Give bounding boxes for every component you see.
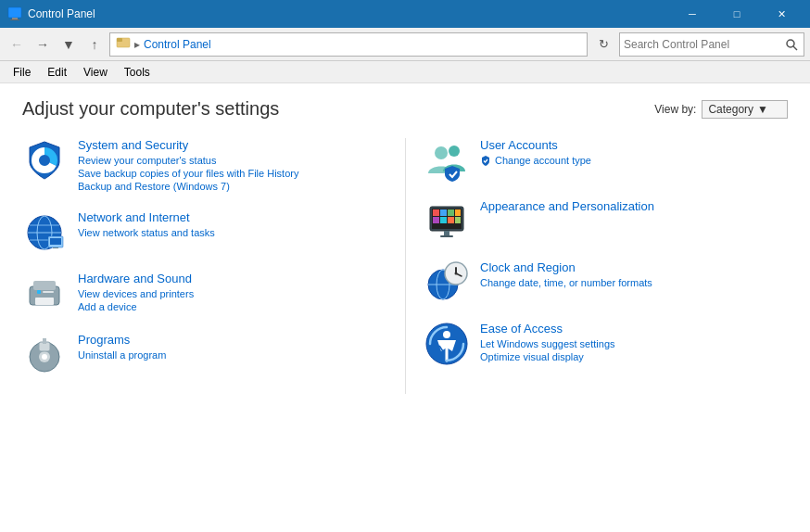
svg-rect-20 [37, 290, 41, 294]
forward-button[interactable]: → [32, 33, 54, 56]
ease-access-text: Ease of Access Let Windows suggest setti… [480, 322, 615, 364]
left-column: System and Security Review your computer… [22, 138, 405, 394]
breadcrumb-separator: ▸ [134, 38, 140, 51]
svg-rect-40 [440, 235, 453, 237]
right-column: User Accounts Change account type [405, 138, 788, 394]
menu-tools[interactable]: Tools [117, 64, 158, 81]
address-bar: ← → ▼ ↑ ▸ Control Panel ↻ [0, 28, 810, 61]
hardware-title[interactable]: Hardware and Sound [78, 272, 194, 285]
svg-rect-21 [43, 291, 54, 293]
content-header: Adjust your computer's settings View by:… [22, 98, 788, 120]
svg-rect-36 [440, 217, 447, 223]
hardware-link-1[interactable]: View devices and printers [78, 288, 194, 299]
hardware-icon [22, 272, 67, 316]
window-title: Control Panel [28, 7, 95, 20]
svg-point-5 [787, 40, 794, 47]
svg-point-27 [435, 146, 448, 159]
dropdown-button[interactable]: ▼ [57, 33, 80, 56]
svg-rect-37 [448, 217, 454, 223]
category-ease-access: Ease of Access Let Windows suggest setti… [424, 322, 788, 366]
menu-bar: File Edit View Tools [0, 61, 810, 83]
svg-rect-15 [50, 238, 61, 245]
clock-title[interactable]: Clock and Region [480, 260, 652, 274]
appearance-icon [424, 199, 469, 244]
system-link-3[interactable]: Backup and Restore (Windows 7) [78, 181, 298, 192]
user-accounts-icon [424, 138, 469, 183]
search-input[interactable] [620, 38, 779, 51]
ease-access-title[interactable]: Ease of Access [480, 322, 615, 336]
appearance-title[interactable]: Appearance and Personalization [480, 199, 654, 213]
up-button[interactable]: ↑ [83, 33, 106, 56]
user-accounts-link-1[interactable]: Change account type [480, 155, 591, 166]
svg-rect-2 [10, 19, 19, 20]
system-security-title[interactable]: System and Security [78, 138, 298, 152]
programs-icon [22, 333, 67, 377]
category-hardware: Hardware and Sound View devices and prin… [22, 272, 386, 316]
svg-rect-32 [440, 209, 447, 216]
svg-rect-26 [43, 338, 46, 344]
category-user-accounts: User Accounts Change account type [424, 138, 788, 183]
svg-point-28 [449, 146, 460, 157]
page-title: Adjust your computer's settings [22, 98, 279, 120]
programs-link-1[interactable]: Uninstall a program [78, 349, 166, 361]
user-accounts-text: User Accounts Change account type [480, 138, 591, 168]
svg-point-24 [42, 354, 47, 360]
appearance-text: Appearance and Personalization [480, 199, 654, 216]
svg-rect-16 [53, 247, 58, 248]
main-content: Adjust your computer's settings View by:… [0, 83, 810, 532]
system-security-icon [22, 138, 67, 183]
programs-text: Programs Uninstall a program [78, 333, 166, 362]
clock-text: Clock and Region Change date, time, or n… [480, 260, 652, 290]
title-bar: Control Panel ─ □ ✕ [0, 0, 810, 28]
clock-link-1[interactable]: Change date, time, or number formats [480, 277, 652, 288]
system-link-1[interactable]: Review your computer's status [78, 155, 298, 166]
breadcrumb-icon [116, 35, 131, 53]
category-appearance: Appearance and Personalization [424, 199, 788, 244]
svg-rect-4 [117, 38, 122, 42]
menu-file[interactable]: File [6, 64, 38, 81]
back-button[interactable]: ← [6, 33, 28, 56]
user-accounts-title[interactable]: User Accounts [480, 138, 591, 152]
breadcrumb-label[interactable]: Control Panel [144, 38, 211, 51]
category-clock: Clock and Region Change date, time, or n… [424, 260, 788, 305]
network-link-1[interactable]: View network status and tasks [78, 227, 215, 238]
ease-access-icon [424, 322, 469, 366]
search-button[interactable] [779, 33, 804, 56]
svg-rect-35 [433, 217, 439, 223]
view-by: View by: Category ▼ [654, 100, 788, 119]
category-programs: Programs Uninstall a program [22, 333, 386, 377]
menu-view[interactable]: View [76, 64, 115, 81]
svg-rect-34 [455, 209, 461, 216]
categories-grid: System and Security Review your computer… [22, 138, 788, 394]
svg-rect-39 [444, 231, 449, 235]
ease-access-link-1[interactable]: Let Windows suggest settings [480, 338, 615, 349]
category-network: Network and Internet View network status… [22, 210, 386, 255]
system-link-2[interactable]: Save backup copies of your files with Fi… [78, 168, 298, 179]
view-by-dropdown[interactable]: Category ▼ [702, 100, 788, 119]
ease-access-link-2[interactable]: Optimize visual display [480, 351, 615, 362]
svg-rect-0 [8, 7, 21, 18]
system-security-text: System and Security Review your computer… [78, 138, 298, 194]
svg-rect-1 [12, 18, 18, 19]
breadcrumb: ▸ Control Panel [109, 32, 588, 57]
svg-point-49 [443, 331, 450, 338]
menu-edit[interactable]: Edit [40, 64, 74, 81]
clock-icon [424, 260, 469, 305]
hardware-link-2[interactable]: Add a device [78, 301, 194, 312]
svg-rect-31 [433, 209, 439, 216]
programs-title[interactable]: Programs [78, 333, 166, 347]
network-text: Network and Internet View network status… [78, 210, 215, 240]
refresh-button[interactable]: ↻ [591, 32, 615, 57]
network-icon [22, 210, 67, 255]
svg-rect-38 [455, 217, 461, 223]
hardware-text: Hardware and Sound View devices and prin… [78, 272, 194, 314]
svg-rect-33 [448, 209, 454, 216]
maximize-button[interactable]: □ [715, 0, 758, 28]
minimize-button[interactable]: ─ [671, 0, 714, 28]
svg-point-47 [455, 272, 458, 275]
category-system-security: System and Security Review your computer… [22, 138, 386, 194]
network-title[interactable]: Network and Internet [78, 210, 215, 224]
app-icon [7, 6, 22, 21]
svg-rect-19 [35, 298, 54, 305]
close-button[interactable]: ✕ [760, 0, 803, 28]
